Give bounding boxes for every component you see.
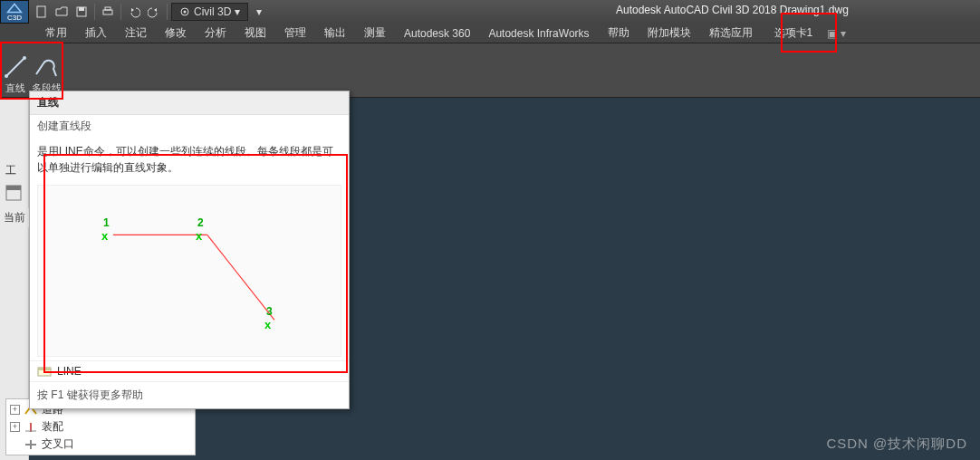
tooltip-title: 直线	[30, 91, 349, 115]
ribbon-body: 直线 多段线	[0, 43, 980, 98]
point-label-1: 1	[103, 216, 110, 229]
workspace-label: Civil 3D	[194, 5, 231, 18]
separator	[94, 4, 95, 20]
palette-icon[interactable]	[5, 185, 22, 205]
workspace-switcher[interactable]: Civil 3D ▾	[171, 3, 248, 21]
tooltip-command-row: LINE	[30, 360, 349, 381]
command-tooltip: 直线 创建直线段 是用LINE命令，可以创建一些列连续的线段。每条线段都是可以单…	[29, 91, 350, 409]
redo-icon[interactable]	[145, 3, 163, 21]
tree-item-assembly[interactable]: + 装配	[6, 418, 195, 436]
point-x-2: x	[196, 229, 202, 243]
tab-analyze[interactable]: 分析	[196, 24, 235, 43]
undo-icon[interactable]	[125, 3, 143, 21]
tool-line-label: 直线	[5, 81, 25, 95]
tree-item-intersection[interactable]: 交叉口	[6, 436, 195, 453]
qat-more-icon[interactable]: ▾	[250, 3, 268, 21]
line-icon	[3, 54, 28, 80]
tab-infraworks[interactable]: Autodesk InfraWorks	[479, 24, 598, 43]
separator	[120, 4, 121, 20]
tooltip-description: 是用LINE命令，可以创建一些列连续的线段。每条线段都是可以单独进行编辑的直线对…	[30, 138, 349, 181]
svg-line-7	[6, 58, 24, 76]
ribbon-tabs: 常用 插入 注记 修改 分析 视图 管理 输出 测量 Autodesk 360 …	[0, 24, 980, 43]
expander-icon[interactable]: +	[10, 405, 20, 415]
tool-line[interactable]: 直线	[0, 43, 31, 97]
tooltip-help-hint: 按 F1 键获得更多帮助	[30, 381, 349, 408]
tooltip-illustration: 1 x 2 x 3 x	[37, 185, 341, 357]
point-x-3: x	[264, 318, 271, 331]
svg-rect-16	[38, 368, 51, 370]
svg-rect-11	[6, 186, 21, 190]
svg-line-14	[207, 235, 274, 320]
panel-title: 当前	[0, 208, 29, 227]
tree-label: 交叉口	[42, 436, 74, 452]
tab-a360[interactable]: Autodesk 360	[395, 24, 479, 43]
command-icon	[37, 365, 52, 378]
tab-home[interactable]: 常用	[36, 24, 76, 43]
tab-output[interactable]: 输出	[315, 24, 355, 43]
tooltip-command-name: LINE	[57, 365, 82, 378]
tab-manage[interactable]: 管理	[275, 24, 315, 43]
left-tool-label: 工	[5, 163, 16, 178]
point-x-1: x	[101, 229, 108, 243]
tool-polyline[interactable]: 多段线	[31, 43, 62, 97]
tab-survey[interactable]: 测量	[355, 24, 395, 43]
point-label-2: 2	[197, 216, 204, 229]
open-icon[interactable]	[53, 3, 71, 21]
point-label-3: 3	[266, 305, 273, 318]
tab-featured[interactable]: 精选应用	[700, 24, 762, 43]
print-icon[interactable]	[99, 3, 117, 21]
expander-icon[interactable]: +	[10, 422, 20, 432]
save-icon[interactable]	[72, 3, 91, 21]
chevron-down-icon: ▾	[235, 5, 240, 18]
separator	[167, 4, 168, 20]
app-icon-label: C3D	[7, 14, 22, 22]
app-menu-button[interactable]: C3D	[0, 0, 29, 24]
assembly-icon	[24, 421, 38, 434]
new-icon[interactable]	[33, 3, 51, 21]
svg-rect-4	[105, 7, 110, 10]
svg-point-8	[5, 74, 8, 78]
tab-addins[interactable]: 附加模块	[639, 24, 700, 43]
tab-annotate[interactable]: 注记	[116, 24, 156, 43]
tab-modify[interactable]: 修改	[156, 24, 196, 43]
ribbon-end-controls: ▣ ▾	[827, 27, 846, 40]
chevron-down-icon[interactable]: ▾	[841, 27, 846, 40]
svg-point-6	[184, 11, 187, 14]
svg-rect-3	[103, 10, 112, 14]
tab-insert[interactable]: 插入	[76, 24, 116, 43]
intersection-icon	[24, 438, 38, 451]
quick-access-toolbar: Civil 3D ▾ ▾	[29, 3, 272, 21]
tree-label: 装配	[42, 419, 63, 435]
svg-rect-0	[37, 6, 45, 17]
tab-custom1[interactable]: 选项卡1	[765, 24, 822, 43]
tooltip-subtitle: 创建直线段	[30, 115, 349, 138]
tab-help[interactable]: 帮助	[599, 24, 639, 43]
window-title: Autodesk AutoCAD Civil 3D 2018 Drawing1.…	[616, 4, 849, 16]
svg-point-9	[23, 56, 26, 60]
svg-rect-2	[79, 7, 84, 11]
watermark: CSDN @技术闲聊DD	[826, 436, 967, 453]
polyline-icon	[34, 54, 59, 80]
tab-view[interactable]: 视图	[235, 24, 275, 43]
gear-icon	[179, 6, 190, 17]
panel-toggle-icon[interactable]: ▣	[827, 27, 837, 40]
title-bar: C3D Civil 3D ▾ ▾ Autodesk AutoCAD Civil …	[0, 0, 980, 24]
